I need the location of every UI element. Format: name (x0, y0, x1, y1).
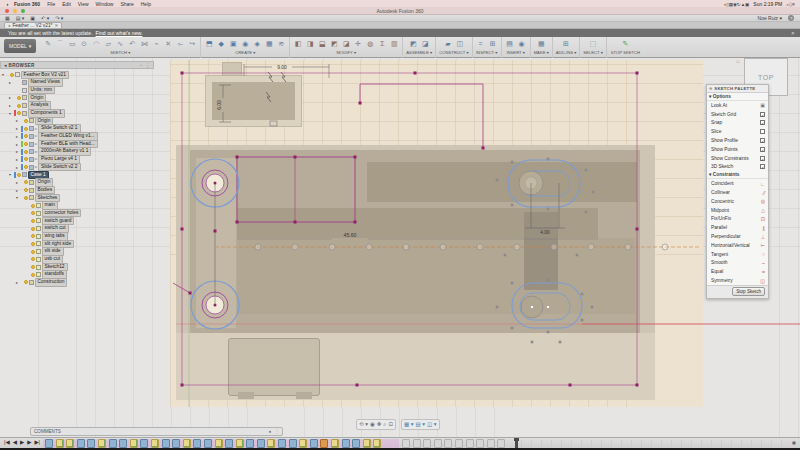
visibility-bulb-icon[interactable] (31, 227, 35, 231)
ribbon-group-label[interactable]: CREATE ▾ (235, 50, 255, 55)
expander-icon[interactable]: ▾ (9, 172, 13, 177)
expander-icon[interactable]: ▸ (16, 118, 20, 123)
dimension-6-text[interactable]: 6.00 (217, 100, 222, 110)
browser-row-wing-tabs[interactable]: wing tabs (0, 232, 154, 240)
centerline-point-marker[interactable] (255, 244, 261, 250)
timeline-feature-icon[interactable] (363, 439, 371, 448)
apple-menu-icon[interactable]: ◗ (6, 1, 9, 7)
timeline-feature-icon[interactable] (162, 439, 170, 448)
sketch-handle-point[interactable] (585, 169, 588, 172)
timeline-feature-icon[interactable] (331, 439, 339, 448)
centerline-point-marker[interactable] (551, 244, 557, 250)
outer-sketch-rectangle[interactable] (182, 73, 637, 385)
checkbox[interactable]: ✓ (760, 147, 765, 152)
timeline-feature-icon[interactable] (172, 439, 180, 448)
fit-icon[interactable]: ⊡ (388, 421, 393, 428)
comment-indicator-icon[interactable]: ● (269, 429, 272, 434)
timeline-feature-icon[interactable] (183, 439, 191, 448)
ribbon-tool-icon[interactable]: ⊞ (488, 38, 498, 49)
visibility-bulb-icon[interactable] (24, 188, 28, 192)
ribbon-tool-icon[interactable]: ▭ (67, 38, 77, 49)
ribbon-tool-icon[interactable]: ∿ (115, 38, 125, 49)
timeline-suppressed-icon[interactable] (476, 439, 484, 448)
ribbon-tool-icon[interactable]: ⌒ (55, 38, 65, 49)
visibility-bulb-icon[interactable] (31, 273, 35, 277)
undo-icon[interactable]: ↶ ▾ (41, 15, 49, 21)
visibility-bulb-icon[interactable] (17, 104, 21, 108)
sketch-point[interactable] (354, 156, 357, 159)
visibility-bulb-icon[interactable] (24, 127, 28, 131)
ribbon-tool-icon[interactable]: ◍ (365, 38, 375, 49)
timeline-feature-icon[interactable] (299, 439, 307, 448)
timeline-feature-icon[interactable] (342, 439, 350, 448)
stop-sketch-palette-button[interactable]: Stop Sketch (732, 287, 765, 296)
visibility-bulb-icon[interactable] (31, 257, 35, 261)
browser-row-slide-switch-v2-2[interactable]: ▸∞Slide Switch v2 2 (0, 163, 154, 171)
ribbon-tool-icon[interactable]: ◪ (341, 38, 351, 49)
ribbon-tool-icon[interactable]: ▱ (103, 38, 113, 49)
ribbon-tool-icon[interactable]: ✕ (163, 38, 173, 49)
display-settings-icon[interactable]: ▦ ▾ (404, 421, 414, 428)
save-icon[interactable]: ▣ (30, 15, 35, 21)
browser-row-switch-cut[interactable]: switch cut (0, 225, 154, 233)
timeline-settings-gear-icon[interactable]: ✱ (791, 440, 796, 446)
ribbon-tool-icon[interactable]: ◧ (293, 38, 303, 49)
ribbon-tool-icon[interactable]: ◪ (420, 38, 430, 49)
timeline-go-to-end-button[interactable]: ▶| (34, 439, 40, 445)
checkbox[interactable]: ✓ (760, 138, 765, 143)
sketch-handle-point[interactable] (585, 211, 588, 214)
browser-row-named-views[interactable]: ▸Named Views (0, 79, 154, 87)
dimension-4-text[interactable]: 4.00 (540, 230, 550, 235)
ribbon-group-label[interactable]: SKETCH ▾ (110, 50, 130, 55)
expander-icon[interactable]: ▸ (16, 280, 20, 285)
drag-grip-icon[interactable]: ✥ (709, 86, 712, 91)
ribbon-tool-icon[interactable]: ⬓ (317, 38, 327, 49)
centerline-point-marker[interactable] (403, 244, 409, 250)
sketch-point[interactable] (181, 228, 184, 231)
viewports-icon[interactable]: ◫ ▾ (427, 421, 437, 428)
ribbon-group-label[interactable]: INSERT ▾ (506, 50, 524, 55)
constraint-icon[interactable]: ~ (762, 260, 765, 266)
ribbon-tool-icon[interactable]: ▰ (443, 38, 453, 49)
visibility-bulb-icon[interactable] (24, 119, 28, 123)
sketch-handle-point[interactable] (547, 331, 550, 334)
dimension-4[interactable] (525, 183, 565, 228)
redo-icon[interactable]: ↷ ▾ (55, 15, 63, 21)
menu-item-help[interactable]: Help (141, 1, 151, 7)
visibility-bulb-icon[interactable] (24, 280, 28, 284)
checkbox[interactable]: ✓ (760, 112, 765, 117)
sketch-handle-point[interactable] (547, 279, 550, 282)
constraint-icon[interactable]: = (762, 269, 765, 275)
sketch-point[interactable] (189, 292, 192, 295)
timeline-play-button[interactable]: ▶ (20, 439, 24, 445)
sketch-handle-point[interactable] (576, 254, 579, 257)
palette-section-header[interactable]: ▾ Options (707, 93, 768, 101)
checkbox[interactable]: ✓ (760, 120, 765, 125)
whats-new-link[interactable]: Find out what's new. (96, 30, 143, 36)
sketch-point[interactable] (636, 72, 639, 75)
timeline-suppressed-icon[interactable] (402, 439, 410, 448)
visibility-bulb-icon[interactable] (24, 157, 28, 161)
comments-bar[interactable]: COMMENTS ●⋮ (30, 427, 283, 436)
visibility-bulb-icon[interactable] (17, 173, 21, 177)
timeline-suppressed-icon[interactable] (434, 439, 442, 448)
look-at-icon[interactable]: ◉ (370, 421, 375, 428)
constraint-icon[interactable]: ⁄⁄ (763, 190, 765, 196)
ribbon-tool-icon[interactable]: ↪ (187, 38, 197, 49)
timeline-feature-icon[interactable] (109, 439, 117, 448)
timeline-feature-icon[interactable] (225, 439, 233, 448)
centerline-point-marker[interactable] (514, 244, 520, 250)
pan-icon[interactable]: ✥ (377, 421, 382, 428)
timeline-suppressed-icon[interactable] (497, 439, 505, 448)
ribbon-tool-icon[interactable]: ◉ (517, 38, 527, 49)
browser-row-slit-side[interactable]: slit side (0, 248, 154, 256)
timeline-feature-icon[interactable] (45, 439, 53, 448)
menu-item-view[interactable]: View (78, 1, 89, 7)
document-tab[interactable]: ● Feather ... V2 v21* ✕ (4, 22, 62, 28)
menu-item-file[interactable]: File (47, 1, 55, 7)
ribbon-tool-icon[interactable]: ▦ (536, 38, 546, 49)
data-panel-icon[interactable]: ▦ (5, 15, 10, 21)
sketch-handle-point[interactable] (496, 179, 499, 182)
view-cube-face-label[interactable]: TOP (758, 74, 774, 81)
constraint-icon[interactable]: ◫ (760, 278, 765, 284)
